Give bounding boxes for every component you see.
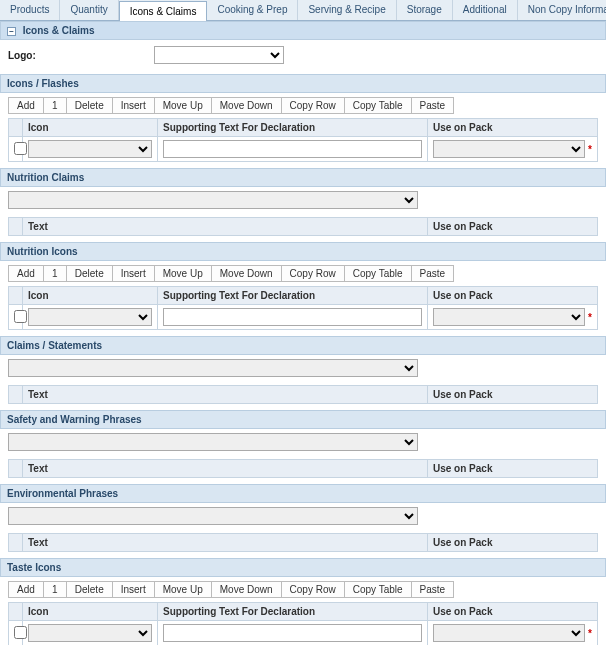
- tab-products[interactable]: Products: [0, 0, 60, 20]
- safety-header: Text Use on Pack: [8, 459, 598, 478]
- toolbar-icons-flashes: Add 1 Delete Insert Move Up Move Down Co…: [0, 93, 606, 118]
- required-icon: *: [588, 312, 592, 323]
- paste-button[interactable]: Paste: [411, 265, 455, 282]
- add-button[interactable]: Add: [8, 265, 44, 282]
- support-input[interactable]: [163, 308, 422, 326]
- col-check: [9, 119, 23, 137]
- use-select[interactable]: [433, 624, 585, 642]
- taste-table: Icon Supporting Text For Declaration Use…: [8, 602, 598, 645]
- table-row: *: [9, 621, 598, 646]
- row-count[interactable]: 1: [43, 97, 67, 114]
- insert-button[interactable]: Insert: [112, 265, 155, 282]
- tab-icons-claims[interactable]: Icons & Claims: [119, 1, 208, 21]
- col-icon: Icon: [23, 119, 158, 137]
- use-select[interactable]: [433, 140, 585, 158]
- add-button[interactable]: Add: [8, 581, 44, 598]
- row-checkbox[interactable]: [14, 626, 27, 639]
- tab-cooking[interactable]: Cooking & Prep: [207, 0, 298, 20]
- row-checkbox[interactable]: [14, 142, 27, 155]
- copyrow-button[interactable]: Copy Row: [281, 581, 345, 598]
- moveup-button[interactable]: Move Up: [154, 265, 212, 282]
- section-nutrition-claims: Nutrition Claims: [0, 168, 606, 187]
- section-icons-flashes: Icons / Flashes: [0, 74, 606, 93]
- col-use: Use on Pack: [428, 386, 598, 404]
- insert-button[interactable]: Insert: [112, 97, 155, 114]
- table-row: *: [9, 137, 598, 162]
- section-main-title: Icons & Claims: [23, 25, 95, 36]
- moveup-button[interactable]: Move Up: [154, 97, 212, 114]
- insert-button[interactable]: Insert: [112, 581, 155, 598]
- section-env: Environmental Phrases: [0, 484, 606, 503]
- row-checkbox[interactable]: [14, 310, 27, 323]
- movedown-button[interactable]: Move Down: [211, 265, 282, 282]
- col-check: [9, 460, 23, 478]
- row-count[interactable]: 1: [43, 581, 67, 598]
- env-header: Text Use on Pack: [8, 533, 598, 552]
- tab-additional[interactable]: Additional: [453, 0, 518, 20]
- env-select[interactable]: [8, 507, 418, 525]
- nutrition-claims-select[interactable]: [8, 191, 418, 209]
- delete-button[interactable]: Delete: [66, 581, 113, 598]
- section-taste: Taste Icons: [0, 558, 606, 577]
- logo-row: Logo:: [0, 40, 606, 70]
- claims-header: Text Use on Pack: [8, 385, 598, 404]
- copyrow-button[interactable]: Copy Row: [281, 265, 345, 282]
- section-nutrition-icons: Nutrition Icons: [0, 242, 606, 261]
- tab-serving[interactable]: Serving & Recipe: [298, 0, 396, 20]
- required-icon: *: [588, 628, 592, 639]
- nutrition-icons-table: Icon Supporting Text For Declaration Use…: [8, 286, 598, 330]
- col-use: Use on Pack: [428, 119, 598, 137]
- paste-button[interactable]: Paste: [411, 581, 455, 598]
- icon-select[interactable]: [28, 308, 152, 326]
- icon-select[interactable]: [28, 624, 152, 642]
- section-main: − Icons & Claims: [0, 21, 606, 40]
- section-safety: Safety and Warning Phrases: [0, 410, 606, 429]
- table-row: *: [9, 305, 598, 330]
- movedown-button[interactable]: Move Down: [211, 581, 282, 598]
- logo-select[interactable]: [154, 46, 284, 64]
- copyrow-button[interactable]: Copy Row: [281, 97, 345, 114]
- tab-noncopy[interactable]: Non Copy Information: [518, 0, 606, 20]
- tab-strip: Products Quantity Icons & Claims Cooking…: [0, 0, 606, 21]
- collapse-icon[interactable]: −: [7, 27, 16, 36]
- col-support: Supporting Text For Declaration: [158, 119, 428, 137]
- col-text: Text: [23, 534, 428, 552]
- delete-button[interactable]: Delete: [66, 265, 113, 282]
- support-input[interactable]: [163, 140, 422, 158]
- copytable-button[interactable]: Copy Table: [344, 581, 412, 598]
- col-use: Use on Pack: [428, 460, 598, 478]
- col-check: [9, 603, 23, 621]
- paste-button[interactable]: Paste: [411, 97, 455, 114]
- col-use: Use on Pack: [428, 534, 598, 552]
- section-claims-statements: Claims / Statements: [0, 336, 606, 355]
- nutrition-claims-header: Text Use on Pack: [8, 217, 598, 236]
- required-icon: *: [588, 144, 592, 155]
- col-support: Supporting Text For Declaration: [158, 287, 428, 305]
- tab-quantity[interactable]: Quantity: [60, 0, 118, 20]
- movedown-button[interactable]: Move Down: [211, 97, 282, 114]
- copytable-button[interactable]: Copy Table: [344, 265, 412, 282]
- col-use: Use on Pack: [428, 218, 598, 236]
- logo-label: Logo:: [8, 50, 148, 61]
- tab-storage[interactable]: Storage: [397, 0, 453, 20]
- toolbar-taste: Add 1 Delete Insert Move Up Move Down Co…: [0, 577, 606, 602]
- col-text: Text: [23, 460, 428, 478]
- row-count[interactable]: 1: [43, 265, 67, 282]
- col-use: Use on Pack: [428, 287, 598, 305]
- claims-select[interactable]: [8, 359, 418, 377]
- use-select[interactable]: [433, 308, 585, 326]
- safety-select[interactable]: [8, 433, 418, 451]
- icon-select[interactable]: [28, 140, 152, 158]
- col-use: Use on Pack: [428, 603, 598, 621]
- col-check: [9, 287, 23, 305]
- col-icon: Icon: [23, 287, 158, 305]
- icons-flashes-table: Icon Supporting Text For Declaration Use…: [8, 118, 598, 162]
- col-text: Text: [23, 386, 428, 404]
- add-button[interactable]: Add: [8, 97, 44, 114]
- support-input[interactable]: [163, 624, 422, 642]
- col-check: [9, 386, 23, 404]
- delete-button[interactable]: Delete: [66, 97, 113, 114]
- col-check: [9, 534, 23, 552]
- moveup-button[interactable]: Move Up: [154, 581, 212, 598]
- copytable-button[interactable]: Copy Table: [344, 97, 412, 114]
